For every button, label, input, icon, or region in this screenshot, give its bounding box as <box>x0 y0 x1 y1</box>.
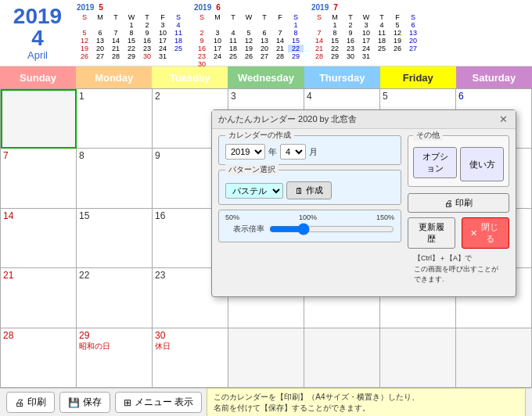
pattern-selection-group: パターン選択 パステル ノーマル 🗓 作成 <box>218 170 401 205</box>
slider-label-100: 100% <box>299 213 317 221</box>
other-group: その他 オプション 使い方 <box>408 135 509 187</box>
hint-area: 【Ctrl】＋【A】で この画面を呼び出すことができます. <box>408 253 509 290</box>
main-year-month: 2019 4 April <box>6 3 69 63</box>
side-printer-icon: 🖨 <box>444 199 453 208</box>
year-select[interactable]: 2019 2020 <box>225 144 265 160</box>
pattern-select[interactable]: パステル ノーマル <box>225 183 283 199</box>
cell-21: 21 <box>1 268 77 328</box>
print-label: 印刷 <box>27 396 46 409</box>
mini-cal-may: 2019 5 SMTWTFS 1234 567891011 1213141516… <box>77 3 186 63</box>
calendar-creation-group: カレンダーの作成 2019 2020 年 4 5 月 <box>218 135 401 165</box>
save-icon: 💾 <box>68 397 80 408</box>
cell-empty-5 <box>456 328 532 388</box>
cell-empty-2 <box>228 328 304 388</box>
cell-28: 28 <box>1 328 77 388</box>
info-box: このカレンダーを【印刷】（A4サイズ・横置き）したり、 名前を付けて【保存】する… <box>207 388 526 417</box>
cell-7: 7 <box>1 149 77 208</box>
mini-cal-jun: 2019 6 SMTWTFS 1 2345678 9101112131415 1… <box>194 3 304 63</box>
slider-label-50: 50% <box>225 213 239 221</box>
cell-empty-3 <box>304 328 380 388</box>
zoom-slider[interactable] <box>269 223 394 235</box>
bottom-bar: 🖨 印刷 💾 保存 ⊞ メニュー 表示 このカレンダーを【印刷】（A4サイズ・横… <box>0 388 532 416</box>
mini-cal-jun-year: 2019 <box>194 3 211 12</box>
mini-cal-may-year: 2019 <box>77 3 94 12</box>
cell-1: 1 <box>77 89 153 149</box>
month-select[interactable]: 4 5 <box>280 144 306 160</box>
dialog-title-bar: かんたんカレンダー 2020 by 北窓舎 ✕ <box>212 110 516 129</box>
cell-14: 14 <box>1 209 77 268</box>
hint-ctrl: 【Ctrl】＋【A】で <box>414 253 503 264</box>
mini-cal-jul-month: 7 <box>333 3 338 12</box>
tsuki-label: 月 <box>309 146 318 158</box>
zoom-slider-area: 50% 100% 150% 表示倍率 <box>218 210 401 242</box>
cell-29: 29 昭和の日 <box>77 328 153 388</box>
info-line2: 名前を付けて【保存】することができます。 <box>214 403 519 414</box>
day-headers-row: Sunday Monday Tuesday Wednesday Thursday… <box>0 66 532 88</box>
dialog-left-panel: カレンダーの作成 2019 2020 年 4 5 月 パターン選択 <box>218 135 401 290</box>
zoom-label: 表示倍率 <box>225 224 264 235</box>
dialog-title-text: かんたんカレンダー 2020 by 北窓舎 <box>218 113 357 125</box>
printer-icon: 🖨 <box>15 397 24 408</box>
menu-button[interactable]: ⊞ メニュー 表示 <box>115 392 202 413</box>
header-tuesday: Tuesday <box>152 66 228 88</box>
hint-open: この画面を呼び出すことができます. <box>414 264 503 285</box>
cell-8: 8 <box>77 149 153 208</box>
dialog-close-x-button[interactable]: ✕ <box>498 113 509 125</box>
side-print-label: 印刷 <box>455 197 473 209</box>
create-icon: 🗓 <box>295 186 304 195</box>
create-button[interactable]: 🗓 作成 <box>286 181 332 199</box>
close-label: 閉じる <box>480 221 501 245</box>
cell-empty-4 <box>380 328 456 388</box>
print-button[interactable]: 🖨 印刷 <box>6 392 55 413</box>
holiday-showa: 昭和の日 <box>79 341 149 352</box>
close-button[interactable]: ✕ 閉じる <box>462 217 509 249</box>
save-button[interactable]: 💾 保存 <box>59 392 110 413</box>
dialog-right-panel: その他 オプション 使い方 🖨 印刷 更新履歴 ✕ 閉じる <box>408 135 509 290</box>
calendar-creation-title: カレンダーの作成 <box>225 130 294 141</box>
header-wednesday: Wednesday <box>228 66 304 88</box>
close-x-icon: ✕ <box>470 228 477 238</box>
option-button[interactable]: オプション <box>413 147 457 178</box>
menu-label: メニュー 表示 <box>135 396 193 409</box>
main-year-display: 2019 <box>13 5 62 27</box>
header-monday: Monday <box>76 66 152 88</box>
cell-22: 22 <box>77 268 153 328</box>
main-month-label: April <box>27 49 48 61</box>
nen-label: 年 <box>268 146 277 158</box>
pattern-selection-title: パターン選択 <box>225 164 279 175</box>
header-thursday: Thursday <box>304 66 380 88</box>
header-sunday: Sunday <box>0 66 76 88</box>
header-friday: Friday <box>380 66 456 88</box>
howto-button[interactable]: 使い方 <box>460 147 504 181</box>
mini-cal-jun-month: 6 <box>216 3 221 12</box>
mini-cal-may-month: 5 <box>99 3 103 12</box>
save-label: 保存 <box>83 396 102 409</box>
main-month-display: 4 <box>31 27 44 49</box>
cell-30: 30 休日 <box>153 328 228 388</box>
cell-15: 15 <box>77 209 153 268</box>
slider-label-150: 150% <box>376 213 394 221</box>
history-button[interactable]: 更新履歴 <box>408 217 455 249</box>
cell-empty-1 <box>1 89 77 149</box>
menu-icon: ⊞ <box>124 397 131 408</box>
main-dialog: かんたんカレンダー 2020 by 北窓舎 ✕ カレンダーの作成 2019 20… <box>211 109 516 297</box>
side-print-button[interactable]: 🖨 印刷 <box>408 193 509 213</box>
header-saturday: Saturday <box>456 66 532 88</box>
mini-cal-jul: 2019 7 SMTWTFS 123456 78910111213 141516… <box>311 3 421 63</box>
create-label: 作成 <box>306 185 323 196</box>
holiday-kyujitsu: 休日 <box>155 341 225 352</box>
mini-cal-jul-year: 2019 <box>311 3 329 12</box>
info-line1: このカレンダーを【印刷】（A4サイズ・横置き）したり、 <box>214 392 519 403</box>
other-group-title: その他 <box>413 130 443 141</box>
